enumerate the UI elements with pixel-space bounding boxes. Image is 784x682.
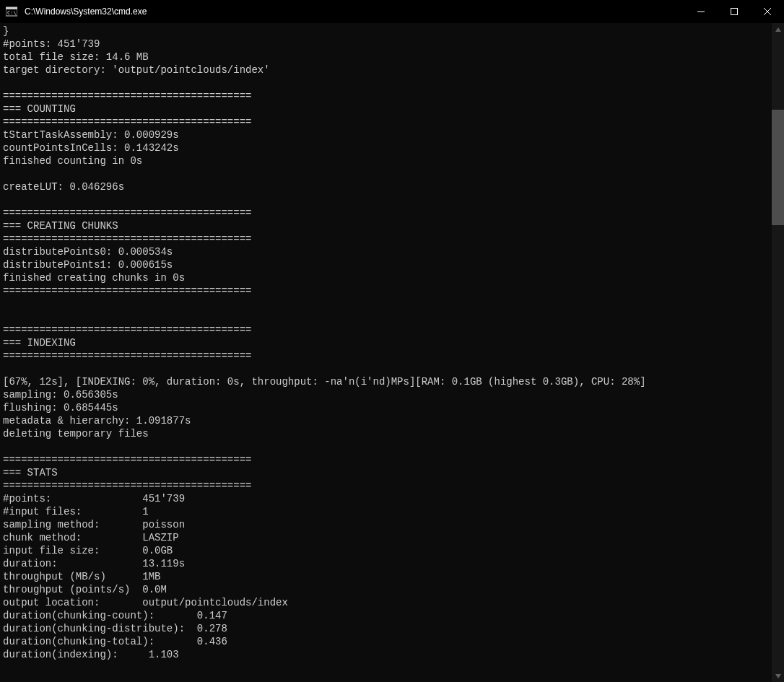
svg-text:C:\: C:\ xyxy=(7,10,17,16)
scroll-thumb[interactable] xyxy=(772,110,784,225)
minimize-button[interactable] xyxy=(684,0,718,23)
maximize-button[interactable] xyxy=(718,0,751,23)
window-titlebar: C:\ C:\Windows\System32\cmd.exe xyxy=(0,0,784,23)
window-title: C:\Windows\System32\cmd.exe xyxy=(23,6,684,17)
scroll-down-arrow[interactable] xyxy=(772,670,784,682)
terminal-output[interactable]: } #points: 451'739 total file size: 14.6… xyxy=(0,23,772,682)
scroll-up-arrow[interactable] xyxy=(772,23,784,35)
terminal-area: } #points: 451'739 total file size: 14.6… xyxy=(0,23,784,682)
window-controls xyxy=(684,0,784,23)
cmd-icon: C:\ xyxy=(6,6,17,17)
svg-rect-1 xyxy=(6,7,17,9)
close-button[interactable] xyxy=(751,0,784,23)
vertical-scrollbar[interactable] xyxy=(772,23,784,682)
svg-rect-3 xyxy=(731,9,738,15)
